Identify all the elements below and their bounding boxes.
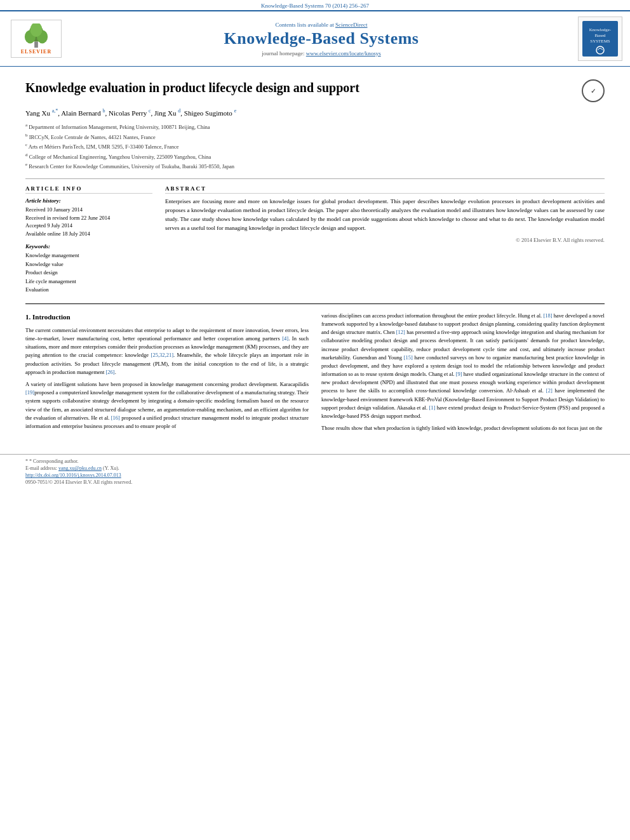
corresponding-author-note: * * Corresponding author. bbox=[25, 458, 605, 464]
affiliation-a: a Department of Information Management, … bbox=[25, 122, 605, 131]
homepage-label: journal homepage: bbox=[262, 50, 304, 57]
article-history-title: Article history: bbox=[25, 197, 152, 204]
keywords-block: Keywords: Knowledge management Knowledge… bbox=[25, 243, 152, 295]
svg-rect-0 bbox=[34, 42, 38, 48]
svg-text:Knowledge-: Knowledge- bbox=[589, 27, 612, 32]
received-date: Received 10 January 2014 bbox=[25, 206, 152, 214]
journal-header: ELSEVIER Contents lists available at Sci… bbox=[0, 10, 630, 67]
abstract-text: Enterprises are focusing more and more o… bbox=[165, 197, 605, 233]
crossmark-icon: ✓ bbox=[582, 79, 605, 102]
sciencedirect-link: Contents lists available at ScienceDirec… bbox=[75, 22, 568, 28]
keywords-title: Keywords: bbox=[25, 243, 152, 250]
abstract-label: ABSTRACT bbox=[165, 185, 605, 194]
affiliations-block: a Department of Information Management, … bbox=[25, 122, 605, 171]
footer: * * Corresponding author. E-mail address… bbox=[0, 454, 630, 489]
sciencedirect-text[interactable]: ScienceDirect bbox=[335, 22, 367, 28]
author-email[interactable]: yang.xu@pku.edu.cn bbox=[58, 465, 102, 471]
svg-text:SYSTEMS: SYSTEMS bbox=[590, 39, 610, 44]
accepted-date: Accepted 9 July 2014 bbox=[25, 222, 152, 230]
copyright-line: © 2014 Elsevier B.V. All rights reserved… bbox=[165, 237, 605, 243]
keyword-5: Evaluation bbox=[25, 286, 152, 295]
contents-label: Contents lists available at bbox=[276, 22, 334, 28]
email-note: E-mail address: yang.xu@pku.edu.cn (Y. X… bbox=[25, 465, 605, 471]
article-history-block: Article history: Received 10 January 201… bbox=[25, 197, 152, 238]
elsevier-logo: ELSEVIER bbox=[8, 17, 65, 61]
body-right-para-1: various disciplines can access product i… bbox=[321, 312, 605, 420]
info-abstract-section: ARTICLE INFO Article history: Received 1… bbox=[25, 178, 605, 295]
section1-heading: 1. Introduction bbox=[25, 312, 309, 323]
affiliation-e: e Research Center for Knowledge Communit… bbox=[25, 161, 605, 171]
keyword-1: Knowledge management bbox=[25, 251, 152, 260]
framework-word: framework bbox=[321, 321, 345, 327]
body-columns: 1. Introduction The current commercial e… bbox=[25, 312, 605, 436]
svg-text:Based: Based bbox=[594, 33, 606, 38]
doi-link[interactable]: http://dx.doi.org/10.1016/j.knosys.2014.… bbox=[25, 472, 121, 478]
body-para-1: The current commercial environment neces… bbox=[25, 326, 309, 377]
body-divider bbox=[25, 303, 605, 304]
elsevier-text: ELSEVIER bbox=[21, 49, 51, 55]
homepage-url[interactable]: www.elsevier.com/locate/knosys bbox=[306, 50, 381, 57]
kbs-logo-icon: Knowledge- Based SYSTEMS bbox=[581, 20, 619, 58]
journal-name: Knowledge-Based Systems bbox=[75, 29, 568, 48]
revised-date: Received in revised form 22 June 2014 bbox=[25, 214, 152, 222]
article-info-label: ARTICLE INFO bbox=[25, 185, 152, 194]
journal-reference: Knowledge-Based Systems 70 (2014) 256–26… bbox=[261, 3, 369, 9]
journal-reference-bar: Knowledge-Based Systems 70 (2014) 256–26… bbox=[0, 0, 630, 10]
page: Knowledge-Based Systems 70 (2014) 256–26… bbox=[0, 0, 630, 489]
keyword-4: Life cycle management bbox=[25, 277, 152, 286]
keyword-2: Knowledge value bbox=[25, 260, 152, 269]
doi-line: http://dx.doi.org/10.1016/j.knosys.2014.… bbox=[25, 472, 605, 478]
authors-line: Yang Xu a,*, Alain Bernard b, Nicolas Pe… bbox=[25, 107, 605, 118]
abstract-col: ABSTRACT Enterprises are focusing more a… bbox=[165, 185, 605, 295]
affiliation-b: b IRCCyN, Ecole Centrale de Nantes, 4432… bbox=[25, 132, 605, 142]
affiliation-c: c Arts et Métiers ParisTech, I2M, UMR 52… bbox=[25, 142, 605, 151]
body-right-col: various disciplines can access product i… bbox=[321, 312, 605, 436]
body-para-2: A variety of intelligent solutions have … bbox=[25, 380, 309, 430]
journal-center: Contents lists available at ScienceDirec… bbox=[75, 22, 568, 57]
journal-url: journal homepage: www.elsevier.com/locat… bbox=[75, 50, 568, 57]
issn-copyright: 0950-7051/© 2014 Elsevier B.V. All right… bbox=[25, 479, 605, 485]
body-left-col: 1. Introduction The current commercial e… bbox=[25, 312, 309, 436]
body-right-para-2: Those results show that when production … bbox=[321, 424, 605, 432]
journal-right-logo: Knowledge- Based SYSTEMS bbox=[578, 17, 622, 61]
affiliation-d: d College of Mechanical Engineering, Yan… bbox=[25, 152, 605, 161]
elsevier-tree-icon bbox=[17, 23, 55, 49]
available-date: Available online 18 July 2014 bbox=[25, 230, 152, 238]
main-content: Knowledge evaluation in product lifecycl… bbox=[0, 67, 630, 449]
article-info-col: ARTICLE INFO Article history: Received 1… bbox=[25, 185, 152, 295]
article-title: Knowledge evaluation in product lifecycl… bbox=[25, 79, 575, 96]
keyword-3: Product design bbox=[25, 269, 152, 277]
